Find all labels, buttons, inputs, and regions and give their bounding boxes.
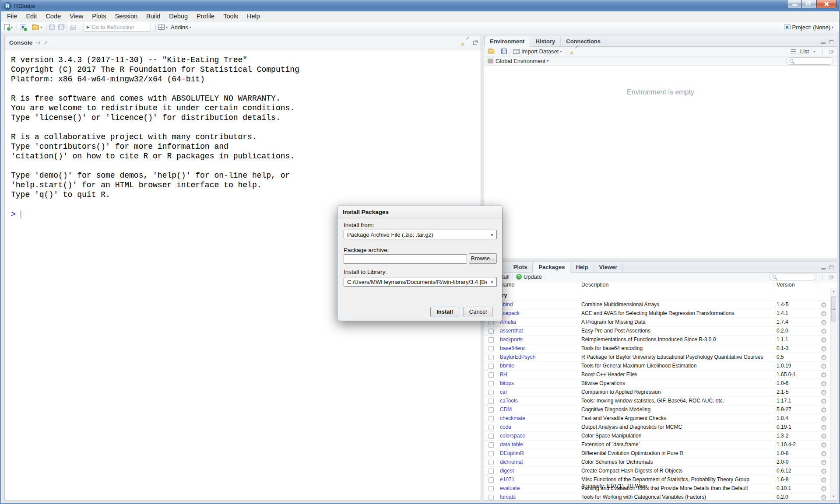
packages-pane-tab[interactable]: Viewer — [594, 262, 623, 272]
package-name-link[interactable]: coda — [500, 424, 579, 430]
package-checkbox[interactable] — [489, 399, 494, 404]
browse-button[interactable]: Browse... — [469, 253, 497, 264]
package-name-link[interactable]: evaluate — [500, 485, 579, 492]
clear-console-icon[interactable] — [460, 39, 467, 46]
import-dataset-dropdown-icon[interactable]: ▾ — [560, 49, 562, 53]
packages-pane-tab[interactable]: Packages — [533, 262, 570, 273]
packages-search-input[interactable] — [778, 274, 813, 280]
package-checkbox[interactable] — [489, 442, 494, 448]
maximize-pane-icon[interactable] — [829, 266, 833, 269]
remove-package-icon[interactable] — [821, 460, 826, 465]
package-name-link[interactable]: abind — [500, 301, 579, 308]
package-checkbox[interactable] — [489, 425, 494, 430]
package-checkbox[interactable] — [489, 364, 494, 369]
remove-package-icon[interactable] — [821, 434, 826, 439]
remove-package-icon[interactable] — [821, 320, 826, 325]
remove-package-icon[interactable] — [821, 451, 826, 456]
open-file-icon[interactable] — [32, 25, 39, 30]
environment-tab[interactable]: Connections — [561, 36, 606, 46]
package-name-link[interactable]: BaylorEdPsych — [500, 354, 579, 360]
menu-item[interactable]: Debug — [165, 11, 192, 21]
console-working-directory[interactable]: ~/ — [35, 40, 40, 46]
print-icon[interactable] — [70, 26, 76, 30]
scroll-up-icon[interactable]: ▲ — [831, 288, 836, 294]
environment-tab[interactable]: History — [530, 36, 561, 46]
workspace-panes-icon[interactable] — [158, 24, 165, 30]
column-header-version[interactable]: Version — [777, 282, 795, 288]
maximize-pane-icon[interactable] — [473, 41, 477, 45]
package-name-link[interactable]: bitops — [500, 380, 579, 387]
addins-dropdown-icon[interactable]: ▾ — [190, 25, 191, 29]
environment-scope-selector[interactable]: Global Environment — [496, 58, 545, 64]
refresh-environment-icon[interactable] — [829, 49, 833, 54]
open-recent-dropdown-icon[interactable]: ▾ — [40, 25, 42, 29]
package-name-link[interactable]: data.table — [500, 441, 579, 448]
package-checkbox[interactable] — [489, 346, 494, 351]
package-checkbox[interactable] — [489, 477, 494, 483]
package-name-link[interactable]: assertthat — [500, 328, 579, 334]
package-checkbox[interactable] — [489, 329, 494, 334]
menu-item[interactable]: Session — [110, 11, 142, 21]
remove-package-icon[interactable] — [821, 407, 826, 413]
cancel-button[interactable]: Cancel — [464, 307, 492, 317]
menu-item[interactable]: Edit — [21, 11, 41, 21]
remove-package-icon[interactable] — [821, 390, 826, 395]
remove-package-icon[interactable] — [821, 469, 826, 474]
remove-package-icon[interactable] — [821, 381, 826, 386]
package-name-link[interactable]: Amelia — [500, 319, 579, 326]
package-name-link[interactable]: CDM — [500, 406, 579, 413]
remove-package-icon[interactable] — [821, 355, 826, 360]
environment-search-input[interactable] — [795, 58, 830, 63]
package-name-link[interactable]: backports — [500, 336, 579, 343]
clear-environment-icon[interactable] — [569, 48, 576, 55]
packages-pane-tab[interactable]: Help — [570, 262, 594, 272]
list-view-button[interactable]: List — [800, 48, 809, 55]
popout-console-icon[interactable]: ↗ — [43, 40, 48, 46]
package-checkbox[interactable] — [489, 372, 494, 378]
package-name-link[interactable]: caTools — [500, 398, 579, 404]
dialog-title[interactable]: Install Packages — [337, 206, 502, 218]
menu-item[interactable]: Tools — [219, 11, 243, 21]
remove-package-icon[interactable] — [821, 425, 826, 430]
import-dataset-button[interactable]: Import Dataset — [521, 48, 559, 55]
menu-item[interactable]: Build — [142, 11, 165, 21]
remove-package-icon[interactable] — [821, 416, 826, 421]
install-from-dropdown[interactable]: Package Archive File (.zip; .tar.gz) ▼ — [344, 230, 497, 239]
package-name-link[interactable]: checkmate — [500, 415, 579, 422]
package-name-link[interactable]: forcats — [500, 494, 579, 500]
remove-package-icon[interactable] — [821, 372, 826, 378]
package-checkbox[interactable] — [489, 451, 494, 456]
package-checkbox[interactable] — [489, 416, 494, 421]
package-name-link[interactable]: DEoptimR — [500, 450, 579, 457]
package-name-link[interactable]: colorspace — [500, 433, 579, 439]
remove-package-icon[interactable] — [821, 302, 826, 308]
remove-package-icon[interactable] — [821, 337, 826, 343]
column-header-description[interactable]: Description — [581, 282, 609, 288]
package-checkbox[interactable] — [489, 460, 494, 465]
package-checkbox[interactable] — [489, 355, 494, 360]
menu-item[interactable]: Code — [41, 11, 65, 21]
package-checkbox[interactable] — [489, 407, 494, 413]
remove-package-icon[interactable] — [821, 486, 826, 491]
refresh-packages-icon[interactable] — [829, 275, 833, 279]
save-all-icon[interactable] — [58, 24, 64, 30]
menu-item[interactable]: File — [3, 11, 21, 21]
environment-tab[interactable]: Environment — [484, 36, 530, 47]
packages-scrollbar[interactable]: ▲ ▼ — [830, 288, 836, 500]
goto-file-input[interactable] — [91, 24, 142, 30]
remove-package-icon[interactable] — [821, 329, 826, 334]
remove-package-icon[interactable] — [821, 495, 826, 500]
install-to-library-dropdown[interactable]: C:/Users/MWHeymans/Documents/R/win-libra… — [344, 277, 497, 287]
restore-window-button[interactable] — [802, 0, 817, 8]
menu-item[interactable]: Profile — [192, 11, 219, 21]
package-name-link[interactable]: dichromat — [500, 459, 579, 466]
scrollbar-thumb[interactable] — [831, 296, 836, 322]
addins-menu[interactable]: Addins — [171, 24, 188, 31]
new-file-icon[interactable] — [4, 24, 10, 30]
minimize-pane-icon[interactable] — [821, 42, 826, 44]
remove-package-icon[interactable] — [821, 477, 826, 483]
package-checkbox[interactable] — [489, 390, 494, 395]
menu-item[interactable]: Plots — [88, 11, 110, 21]
remove-package-icon[interactable] — [821, 399, 826, 404]
package-checkbox[interactable] — [489, 495, 494, 500]
